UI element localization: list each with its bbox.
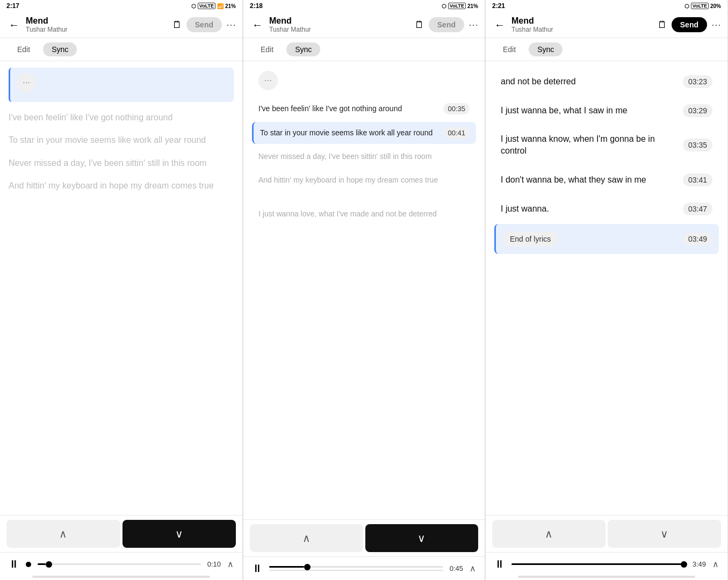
nav-down-left[interactable]: ∨ <box>122 520 236 548</box>
nav-up-middle[interactable]: ∧ <box>250 524 363 552</box>
panel-middle: 2:18 ⬡ VoLTE 21% ← Mend Tushar Mathur 🗒 … <box>243 0 485 580</box>
header-subtitle-left: Tushar Mathur <box>26 26 168 33</box>
lyric-row-right-0[interactable]: and not be deterred 03:23 <box>494 68 719 96</box>
pause-button-right[interactable]: ⏸ <box>494 558 505 570</box>
more-button-middle[interactable]: ⋯ <box>468 19 478 31</box>
time-label-left: 0:10 <box>207 560 221 568</box>
header-title-middle: Mend <box>269 16 410 26</box>
header-info-left: Mend Tushar Mathur <box>26 16 168 33</box>
lyric-line-left-2: Never missed a day, I've been sittin' st… <box>9 152 234 175</box>
note-icon-mid: 🗒 <box>415 19 424 31</box>
tab-edit-right[interactable]: Edit <box>494 42 524 56</box>
progress-container-left <box>38 563 201 565</box>
scroll-indicator-left <box>32 576 210 578</box>
lyric-row-right-4[interactable]: I just wanna. 03:47 <box>494 195 719 223</box>
dots-button-left[interactable]: ⋯ <box>17 73 36 92</box>
tabs-middle: Edit Sync <box>243 38 485 61</box>
progress-thumb-left <box>46 561 52 568</box>
lyric-row-mid-1[interactable]: To star in your movie seems like work al… <box>252 122 476 144</box>
lyric-row-right-2[interactable]: I just wanna know, when I'm gonna be in … <box>494 126 719 165</box>
end-of-lyrics-badge: End of lyrics <box>502 231 558 247</box>
status-icons-right: ⬡ VoLTE 20% <box>684 3 721 9</box>
send-button-right[interactable]: Send <box>672 17 707 32</box>
progress-track-left <box>38 563 201 565</box>
dots-button-middle[interactable]: ⋯ <box>258 71 278 90</box>
header-left: ← Mend Tushar Mathur 🗒 Send ⋯ <box>0 12 242 38</box>
battery-right: 20% <box>710 3 721 9</box>
lyrics-area-right: and not be deterred 03:23 I just wanna b… <box>486 61 727 515</box>
header-info-middle: Mend Tushar Mathur <box>269 16 410 33</box>
lyric-row-mid-3[interactable]: And hittin' my keyboard in hope my dream… <box>252 170 476 191</box>
back-button-right[interactable]: ← <box>492 17 507 33</box>
tab-sync-middle[interactable]: Sync <box>286 42 320 56</box>
tab-edit-left[interactable]: Edit <box>9 42 39 56</box>
send-button-middle[interactable]: Send <box>429 17 464 32</box>
lyric-row-right-3[interactable]: I don't wanna be, what they saw in me 03… <box>494 166 719 194</box>
header-actions-middle: 🗒 Send ⋯ <box>415 17 478 32</box>
playhead-dot-left <box>26 562 31 567</box>
expand-button-left[interactable]: ∧ <box>227 559 234 569</box>
lyrics-area-left: ⋯ I've been feelin' like I've got nothin… <box>0 61 242 515</box>
lyric-row-mid-4[interactable]: I just wanna love, what I've made and no… <box>252 204 476 225</box>
status-time-middle: 2:18 <box>250 2 263 10</box>
cast-icon-right: ⬡ <box>684 3 689 9</box>
status-bar-middle: 2:18 ⬡ VoLTE 21% <box>243 0 485 12</box>
time-label-middle: 0:45 <box>450 564 463 572</box>
back-button-middle[interactable]: ← <box>250 17 265 33</box>
tabs-right: Edit Sync <box>486 38 727 61</box>
nav-up-right[interactable]: ∧ <box>492 520 606 548</box>
tabs-left: Edit Sync <box>0 38 242 61</box>
expand-button-middle[interactable]: ∧ <box>470 563 476 574</box>
send-button-left[interactable]: Send <box>186 17 222 32</box>
progress-fill-middle <box>269 566 304 568</box>
lyric-line-left-3: And hittin' my keyboard in hope my dream… <box>9 175 234 197</box>
nav-up-left[interactable]: ∧ <box>6 520 120 548</box>
tab-sync-right[interactable]: Sync <box>529 42 563 56</box>
volte-badge-mid: VoLTE <box>448 3 466 9</box>
time-label-right: 3:49 <box>693 560 706 568</box>
status-icons-middle: ⬡ VoLTE 21% <box>442 3 478 9</box>
volte-badge-right: VoLTE <box>691 3 709 9</box>
header-actions-right: 🗒 Send ⋯ <box>658 17 721 32</box>
lyric-row-mid-2[interactable]: Never missed a day, I've been sittin' st… <box>252 146 476 168</box>
nav-buttons-right: ∧ ∨ <box>486 515 727 552</box>
header-title-right: Mend <box>511 16 653 26</box>
lyric-row-right-5[interactable]: End of lyrics 03:49 <box>494 224 719 254</box>
progress-container-middle <box>269 566 443 571</box>
lyric-line-left-0: I've been feelin' like I've got nothing … <box>9 106 234 129</box>
lyric-row-mid-0[interactable]: I've been feelin' like I've got nothing … <box>252 98 476 120</box>
header-middle: ← Mend Tushar Mathur 🗒 Send ⋯ <box>243 12 485 38</box>
status-time-left: 2:17 <box>6 2 19 10</box>
more-button-left[interactable]: ⋯ <box>226 19 236 31</box>
battery-middle: 21% <box>467 3 478 9</box>
back-button-left[interactable]: ← <box>6 17 21 33</box>
pause-button-left[interactable]: ⏸ <box>9 558 19 570</box>
status-bar-right: 2:21 ⬡ VoLTE 20% <box>486 0 727 12</box>
playback-bar-right: ⏸ 3:49 ∧ <box>486 552 727 576</box>
progress-track-right <box>511 563 686 565</box>
nav-down-middle[interactable]: ∨ <box>365 524 479 552</box>
lyric-line-left-1: To star in your movie seems like work al… <box>9 129 234 151</box>
header-title-left: Mend <box>26 16 168 26</box>
header-subtitle-right: Tushar Mathur <box>511 26 653 33</box>
pause-button-middle[interactable]: ⏸ <box>252 562 263 575</box>
progress-line-middle <box>269 570 443 571</box>
status-bar-left: 2:17 ⬡ VoLTE 📶 21% <box>0 0 242 12</box>
status-icons-left: ⬡ VoLTE 📶 21% <box>191 3 236 9</box>
tab-edit-middle[interactable]: Edit <box>252 42 282 56</box>
header-subtitle-middle: Tushar Mathur <box>269 26 410 33</box>
battery-left: 21% <box>225 3 236 9</box>
playback-bar-left: ⏸ 0:10 ∧ <box>0 552 242 576</box>
header-right: ← Mend Tushar Mathur 🗒 Send ⋯ <box>486 12 727 38</box>
progress-fill-left <box>38 563 46 565</box>
panel-left: 2:17 ⬡ VoLTE 📶 21% ← Mend Tushar Mathur … <box>0 0 243 580</box>
expand-button-right[interactable]: ∧ <box>712 559 719 569</box>
more-button-right[interactable]: ⋯ <box>711 19 721 31</box>
lyric-row-right-1[interactable]: I just wanna be, what I saw in me 03:29 <box>494 97 719 125</box>
panel-right: 2:21 ⬡ VoLTE 20% ← Mend Tushar Mathur 🗒 … <box>485 0 728 580</box>
note-icon-right: 🗒 <box>658 19 667 31</box>
nav-buttons-middle: ∧ ∨ <box>243 519 485 556</box>
progress-thumb-middle <box>304 564 311 570</box>
nav-down-right[interactable]: ∨ <box>608 520 721 548</box>
tab-sync-left[interactable]: Sync <box>43 42 77 56</box>
